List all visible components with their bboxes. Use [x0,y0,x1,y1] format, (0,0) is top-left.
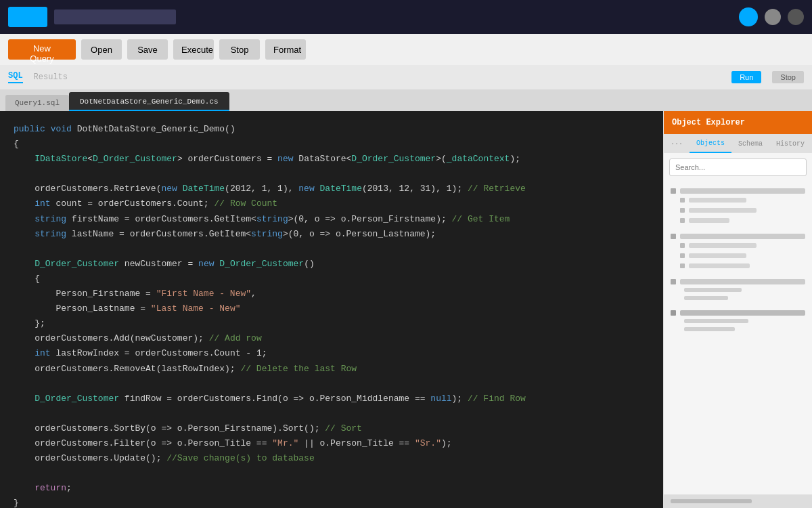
list-item[interactable] [664,240,812,251]
sidebar-search-input[interactable] [669,158,807,176]
tab-query1[interactable]: Query1.sql [5,95,69,111]
sidebar-section-3 [664,271,812,286]
sidebar-bottom-bar [664,494,812,508]
menu-icon[interactable] [788,9,804,25]
section-label-1 [680,188,805,194]
code-line-blank1 [14,167,650,182]
tab-demo-cs[interactable]: DotNetDataStore_Generic_Demo.cs [69,92,229,111]
section-label-3 [680,279,805,284]
tab-sql[interactable]: SQL [8,71,23,83]
open-button[interactable]: Open [81,39,122,60]
code-line-addrow: orderCustomers.Add(newCustomer); // Add … [14,331,650,346]
list-item[interactable] [664,215,812,226]
list-item[interactable] [664,325,812,333]
sidebar-section-2 [664,226,812,240]
code-line-return: return; [14,481,650,496]
code-line-blank2 [14,242,650,257]
section-icon-4 [671,310,676,316]
sidebar-tab-objects[interactable]: Objects [690,134,731,153]
tab-results[interactable]: Results [34,72,68,82]
code-line-firstname: string firstName = orderCustomers.GetIte… [14,212,650,227]
code-line-rowcount: int count = orderCustomers.Count; // Row… [14,196,650,211]
code-line-plastname: Person_Lastname = "Last Name - New" [14,301,650,316]
secondary-toolbar: SQL Results Run Stop [0,65,812,89]
code-line-lastrowindex: int lastRowIndex = orderCustomers.Count … [14,346,650,361]
code-line-2: { [14,137,650,152]
section-label-2 [680,234,805,239]
stop-secondary-button[interactable]: Stop [772,71,804,83]
code-line-retrieve: orderCustomers.Retrieve(new DateTime(201… [14,182,650,196]
sidebar-header: Object Explorer [664,111,812,134]
sidebar-status-line [671,499,752,503]
list-item[interactable] [664,261,812,271]
code-line-blank3 [14,377,650,391]
app-logo [8,7,47,27]
code-line-brace-close: }; [14,316,650,331]
list-item[interactable] [664,205,812,215]
code-line-filter: orderCustomers.Filter(o => o.Person_Titl… [14,436,650,451]
code-line-lastname: string lastName = orderCustomers.GetItem… [14,227,650,242]
new-query-button[interactable]: New Query [8,39,76,60]
list-item[interactable] [664,317,812,325]
sidebar-tab-schema[interactable]: Schema [731,134,769,153]
section-label-4 [680,310,805,316]
code-editor[interactable]: public void DotNetDataStore_Generic_Demo… [0,111,663,508]
code-line-findrow: D_Order_Customer findRow = orderCustomer… [14,391,650,406]
code-line-update: orderCustomers.Update(); //Save change(s… [14,451,650,466]
list-item[interactable] [664,195,812,205]
code-line-pfirstname: Person_Firstname = "First Name - New", [14,287,650,301]
code-line-blank5 [14,466,650,481]
save-button[interactable]: Save [127,39,168,60]
code-line-3: IDataStore<D_Order_Customer> orderCustom… [14,152,650,167]
main-layout: public void DotNetDataStore_Generic_Demo… [0,111,812,508]
sidebar-search-container [664,153,812,182]
sidebar-section-1 [664,184,812,195]
code-line-removeat: orderCustomers.RemoveAt(lastRowIndex); /… [14,362,650,377]
section-icon-2 [671,234,676,239]
sidebar-section-4 [664,302,812,317]
sidebar-tab-objects-inactive-left[interactable]: ··· [664,134,690,153]
code-line-sortby: orderCustomers.SortBy(o => o.Person_Firs… [14,421,650,436]
section-icon-1 [671,188,676,194]
settings-icon[interactable] [765,9,781,25]
code-line-blank4 [14,406,650,421]
list-item[interactable] [664,251,812,261]
list-item[interactable] [664,286,812,294]
code-line-1: public void DotNetDataStore_Generic_Demo… [14,122,650,137]
format-button[interactable]: Format [265,39,306,60]
top-bar [0,0,812,34]
sidebar-list [664,182,812,494]
code-line-brace-open: { [14,272,650,287]
run-button[interactable]: Run [731,71,761,83]
sidebar-tabs: ··· Objects Schema History [664,134,812,153]
list-item[interactable] [664,294,812,302]
code-line-dorder: D_Order_Customer newCustomer = new D_Ord… [14,257,650,272]
user-avatar[interactable] [739,7,758,26]
stop-button[interactable]: Stop [219,39,260,60]
tab-row: Query1.sql DotNetDataStore_Generic_Demo.… [0,89,812,111]
sidebar-tab-history[interactable]: History [769,134,811,153]
right-sidebar: Object Explorer ··· Objects Schema Histo… [663,111,812,508]
execute-button[interactable]: Execute [173,39,214,60]
main-toolbar: New Query Open Save Execute Stop Format [0,34,812,65]
app-title [54,9,176,24]
section-icon-3 [671,279,676,284]
code-line-end: } [14,496,650,508]
